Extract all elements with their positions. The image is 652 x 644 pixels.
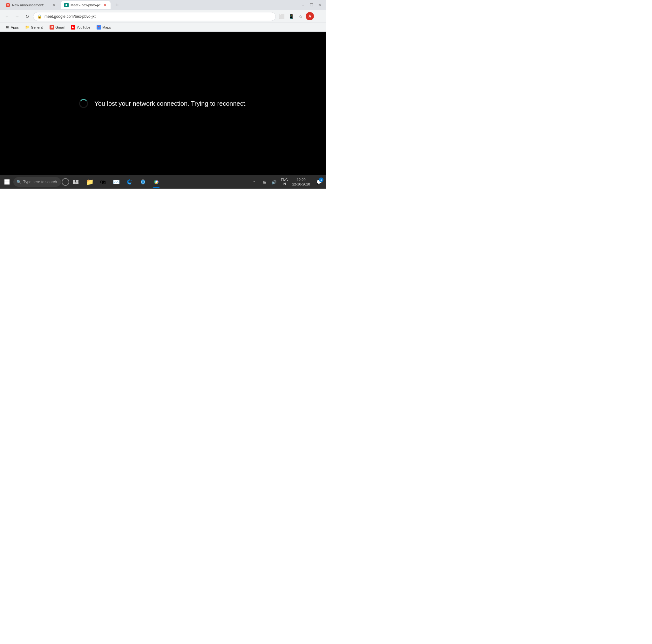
save-to-phone-icon[interactable]: 📱: [287, 12, 296, 21]
bookmark-gmail[interactable]: M Gmail: [47, 24, 67, 30]
folder-icon: 📁: [25, 25, 30, 30]
bookmark-maps[interactable]: 📍 Maps: [94, 24, 113, 30]
notification-button[interactable]: 💬 2: [313, 176, 325, 188]
main-content: You lost your network connection. Trying…: [0, 32, 326, 175]
maximize-button[interactable]: ❐: [307, 1, 315, 9]
profile-button[interactable]: A: [306, 12, 314, 20]
search-icon: 🔍: [17, 180, 21, 184]
bookmark-youtube-label: YouTube: [77, 25, 90, 29]
clock-button[interactable]: 12:20 22-10-2020: [291, 177, 312, 187]
bookmark-general-label: General: [31, 25, 43, 29]
bookmark-icon[interactable]: ☆: [296, 12, 305, 21]
chrome-menu-button[interactable]: ⋮: [315, 12, 323, 21]
tray-expand-button[interactable]: ^: [250, 177, 259, 187]
taskbar-apps: 📁 🛍 ✉️: [83, 176, 163, 188]
windows-logo-icon: [4, 179, 9, 185]
bookmarks-bar: ⊞ Apps 📁 General M Gmail ▶ YouTube 📍 Map…: [0, 23, 326, 32]
taskbar-edge[interactable]: [123, 176, 136, 188]
lock-icon: 🔒: [37, 14, 42, 19]
window-controls: − ❐ ✕: [299, 1, 323, 9]
bookmark-general[interactable]: 📁 General: [23, 24, 46, 30]
cortana-button[interactable]: [62, 178, 69, 186]
store-icon: 🛍: [100, 179, 106, 186]
network-icon[interactable]: 🖥: [260, 177, 269, 187]
language-label: ENG: [281, 178, 288, 182]
url-text: meet.google.com/bex-pbvo-jkt: [45, 14, 96, 19]
tray-icons: 🖥 🔊: [260, 177, 278, 187]
bookmark-youtube[interactable]: ▶ YouTube: [68, 24, 93, 30]
taskbar-search[interactable]: 🔍 Type here to search: [13, 177, 61, 187]
taskbar-mail[interactable]: ✉️: [110, 176, 123, 188]
address-bar: ← → ↻ 🔒 meet.google.com/bex-pbvo-jkt ⬜ 📱…: [0, 10, 326, 23]
youtube-icon: ▶: [71, 25, 75, 30]
maps-icon: 📍: [97, 25, 101, 30]
apps-grid-icon: ⊞: [5, 25, 9, 30]
meet-favicon-icon: [64, 3, 69, 7]
browser-window: M New announcement: "Good afte... ✕ Meet…: [0, 0, 326, 189]
mail-icon: ✉️: [113, 178, 120, 186]
edge-icon: [127, 179, 133, 185]
reload-button[interactable]: ↻: [23, 12, 32, 21]
notification-badge: 2: [319, 177, 323, 182]
svg-rect-2: [73, 182, 76, 184]
address-actions: ⬜ 📱 ☆ A ⋮: [277, 12, 323, 21]
chrome-icon: [153, 179, 160, 185]
svg-rect-1: [76, 180, 79, 181]
volume-icon[interactable]: 🔊: [269, 177, 278, 187]
cast-icon[interactable]: ⬜: [277, 12, 286, 21]
svg-rect-0: [73, 180, 75, 181]
loading-spinner: [79, 99, 88, 108]
taskbar-chrome[interactable]: [150, 176, 163, 188]
language-button[interactable]: ENG IN: [280, 178, 289, 186]
bookmark-apps[interactable]: ⊞ Apps: [3, 24, 21, 30]
new-tab-button[interactable]: +: [113, 1, 121, 9]
start-button[interactable]: [1, 176, 13, 188]
system-tray: ^ 🖥 🔊 ENG IN 12:20 22-10-2020 💬 2: [250, 176, 325, 188]
svg-point-10: [156, 181, 157, 183]
tab-meet-close[interactable]: ✕: [102, 3, 107, 8]
file-explorer-icon: 📁: [86, 178, 94, 186]
bookmark-maps-label: Maps: [102, 25, 111, 29]
reconnect-message: You lost your network connection. Trying…: [94, 100, 247, 107]
taskbar: 🔍 Type here to search 📁 🛍: [0, 175, 326, 189]
bookmark-gmail-label: Gmail: [55, 25, 64, 29]
task-view-button[interactable]: [70, 176, 81, 188]
taskbar-ie[interactable]: [137, 176, 150, 188]
reconnect-container: You lost your network connection. Trying…: [79, 99, 247, 108]
svg-rect-3: [76, 182, 79, 184]
clock-date: 22-10-2020: [292, 182, 310, 187]
tab-gmail-title: New announcement: "Good afte...: [12, 3, 50, 7]
clock-time: 12:20: [297, 177, 306, 182]
taskbar-store[interactable]: 🛍: [97, 176, 109, 188]
gmail-icon: M: [50, 25, 54, 30]
title-bar: M New announcement: "Good afte... ✕ Meet…: [0, 0, 326, 10]
gmail-favicon-icon: M: [6, 3, 10, 7]
tab-meet-title: Meet - bex-pbvo-jkt: [71, 3, 101, 7]
ie-icon: [140, 179, 146, 185]
tab-gmail-close[interactable]: ✕: [52, 3, 57, 8]
bookmark-apps-label: Apps: [11, 25, 19, 29]
url-bar[interactable]: 🔒 meet.google.com/bex-pbvo-jkt: [33, 12, 276, 21]
search-placeholder-text: Type here to search: [23, 180, 57, 184]
forward-button[interactable]: →: [13, 12, 22, 21]
taskbar-file-explorer[interactable]: 📁: [83, 176, 96, 188]
close-button[interactable]: ✕: [316, 1, 323, 9]
region-label: IN: [283, 182, 286, 186]
tab-gmail[interactable]: M New announcement: "Good afte... ✕: [3, 1, 60, 9]
back-button[interactable]: ←: [3, 12, 11, 21]
tab-meet[interactable]: Meet - bex-pbvo-jkt ✕: [61, 1, 111, 9]
minimize-button[interactable]: −: [299, 1, 307, 9]
